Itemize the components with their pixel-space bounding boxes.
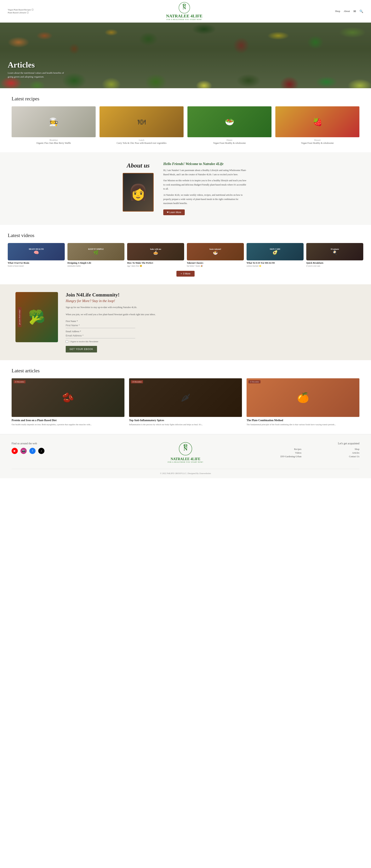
more-icon: + [181,272,182,275]
about-right: Hello Friends! Welcome to Natralee 4Life… [163,162,248,215]
footer-link-diy[interactable]: DIY-Gardening-Urban [247,455,302,458]
first-name-input[interactable] [66,323,135,328]
video-card[interactable]: SKIN CARE 🥑 What To EAT For HEALTH scien… [247,243,304,267]
get-ebook-button[interactable]: GET YOUR EBOOK [66,346,97,352]
video-label: BRAIN HEALTH [29,248,44,250]
video-emoji: 🧠 [34,250,39,255]
video-emoji: 🥑 [273,250,278,255]
article-image: 🫘 21 December [11,378,124,417]
first-name-label: First Name * [66,320,135,323]
nav-lifestyle-link[interactable]: Plant-Based Lifestyle ⓘ [8,11,34,14]
recipe-card[interactable]: 🧑‍🍳 Breakfast Organic Flax Oats Blue Ber… [11,106,96,145]
video-card[interactable]: 10-minute 🍳 Quick Breakfasts if you're o… [306,243,363,267]
footer-links-grid: Recipes Shop Videos Articles DIY-Gardeni… [247,448,360,458]
instagram-icon[interactable]: 📷 [21,448,27,454]
footer-link-recipes[interactable]: Recipes [247,448,302,451]
recipes-grid: 🧑‍🍳 Breakfast Organic Flax Oats Blue Ber… [11,106,360,145]
footer-tagline: FOR A HEALTHIER YOU START NOW! [168,461,203,463]
recipe-image-inner: 🍓 [275,106,360,137]
video-title: What To EAT For HEALTH [247,261,304,265]
nav-about[interactable]: About [344,10,350,13]
footer-links-title: Let's get acquainted [247,442,360,445]
article-card[interactable]: 🍊 21 December The Plate Combination Meth… [247,378,360,426]
footer-social-links: ▶ 📷 f ♪ [11,448,124,454]
hero-section: Articles Learn about the nutritional val… [0,23,371,88]
about-photo: 👩 [123,173,153,212]
video-subtitle: foods to boost mood [8,265,65,267]
recipe-image-inner: 🥗 [188,106,272,137]
recipe-image: 🥗 [188,106,272,137]
video-label: 10-minute [331,248,339,250]
nav-email-icon[interactable]: ✉ [353,9,356,13]
videos-grid: BRAIN HEALTH 🧠 What I Eat For Brain food… [8,243,363,267]
video-emoji: 🌿 [93,250,98,255]
video-title: Takeout Classics [187,261,244,265]
recipe-card[interactable]: 🍓 Dessert Vegan Feast Healthy & wholesom… [275,106,360,145]
recipe-category: Dinner [226,139,232,141]
learn-more-button[interactable]: ❤ Learn More [163,210,185,215]
video-emoji: 🍜 [213,250,218,255]
footer-link-contact[interactable]: Contact Us [305,455,360,458]
video-thumbnail: beats takeout! 🍜 [187,243,244,260]
recipe-card[interactable]: 🥗 Dinner Vegan Feast Healthy & wholesome [188,106,272,145]
nav-search-icon[interactable]: 🔍 [360,9,363,13]
about-photo-emoji: 👩 [129,183,148,201]
footer: Find us around the web ▶ 📷 f ♪ N NATRALE… [0,434,371,478]
about-section-title: About us [127,162,149,169]
email-field-wrap: Email Address * [66,330,135,338]
video-thumbnail: bake with me 🥧 [127,243,184,260]
newsletter-checkbox-label: I Agree to receive this Newsletter [70,340,98,343]
newsletter-checkbox-wrap[interactable]: I Agree to receive this Newsletter [66,340,135,343]
video-label: SKIN CARE [270,248,280,250]
article-card[interactable]: 🌶 21 December Top Anti-Inflammatory Spic… [129,378,242,426]
video-card[interactable]: beats takeout! 🍜 Takeout Classics but be… [187,243,244,267]
article-image-inner: 🌶 [129,378,242,417]
youtube-icon[interactable]: ▶ [11,448,18,454]
recipe-description: Vegan Feast Healthy & wholesome [213,142,246,145]
footer-link-shop[interactable]: Shop [305,448,360,451]
about-inner: About us 👩 Hello Friends! Welcome to Nat… [16,162,355,215]
nav-vegan-link[interactable]: Vegan Plant Based Recipes ⓘ [8,8,34,11]
first-name-field-wrap: First Name * [66,320,135,328]
join-text-2: When you join, we will send you a free p… [66,312,355,317]
video-label: KEEP IT SIMPLE [88,248,104,250]
recipes-section-title: Latest recipes [11,96,360,102]
facebook-icon[interactable]: f [29,448,35,454]
video-thumb-inner: beats takeout! 🍜 [187,243,244,260]
article-excerpt: Inflammation is the process by which our… [129,423,242,426]
footer-find-title: Find us around the web [11,442,124,445]
footer-link-articles[interactable]: Articles [305,452,360,454]
email-input[interactable] [66,333,135,338]
video-card[interactable]: BRAIN HEALTH 🧠 What I Eat For Brain food… [8,243,65,267]
ebook-label: get your ebook today! [18,307,22,327]
brand-logo[interactable]: N [178,2,190,13]
video-label: bake with me [150,248,161,250]
video-subtitle: science-backed 🌟 [247,265,304,267]
footer-grid: Find us around the web ▶ 📷 f ♪ N NATRALE… [11,442,360,463]
footer-links: Let's get acquainted Recipes Shop Videos… [247,442,360,458]
video-card[interactable]: bake with me 🥧 How To Make The Perfect e… [127,243,184,267]
footer-link-videos[interactable]: Videos [247,452,302,454]
recipe-category: Lunch [139,139,144,141]
about-us-section: About us 👩 Hello Friends! Welcome to Nat… [0,152,371,225]
nav-logo-center: N NATRALEE 4LIFE FOR A HEALTHIER YOU STA… [166,2,202,21]
tiktok-icon[interactable]: ♪ [38,448,45,454]
recipe-description: Curry Tofu & Chic Peas with Roasted root… [116,142,166,145]
more-button-wrap: + 0 More [8,271,363,277]
video-thumbnail: BRAIN HEALTH 🧠 [8,243,65,260]
latest-recipes-section: Latest recipes 🧑‍🍳 Breakfast Organic Fla… [0,88,371,152]
video-thumbnail: KEEP IT SIMPLE 🌿 [67,243,124,260]
article-date-badge: 21 December [13,380,26,383]
recipe-description: Organic Flax Oats Blue Berry Waffle [36,142,71,145]
nav-shop[interactable]: Shop [335,10,340,13]
more-videos-button[interactable]: + 0 More [176,271,195,277]
footer-logo: N NATRALEE 4LIFE FOR A HEALTHIER YOU STA… [130,442,241,463]
video-thumbnail: SKIN CARE 🥑 [247,243,304,260]
article-card[interactable]: 🫘 21 December Protein and Iron on a Plan… [11,378,124,426]
article-image: 🌶 21 December [129,378,242,417]
recipe-card[interactable]: 🍽 Lunch Curry Tofu & Chic Peas with Roas… [99,106,183,145]
navigation: Vegan Plant Based Recipes ⓘ Plant-Based … [0,0,371,23]
brand-tagline: FOR A HEALTHIER YOU START NOW! [166,19,202,21]
newsletter-checkbox[interactable] [66,340,68,343]
video-card[interactable]: KEEP IT SIMPLE 🌿 Designing A Simple Life… [67,243,124,267]
